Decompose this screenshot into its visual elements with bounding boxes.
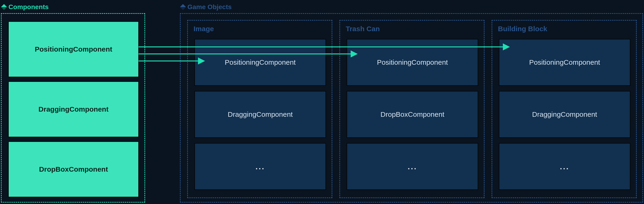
component-card: PositioningComponent xyxy=(8,21,139,77)
game-object-box: Image PositioningComponent DraggingCompo… xyxy=(187,20,332,198)
slot-label: PositioningComponent xyxy=(225,58,296,66)
component-label: DropBoxComponent xyxy=(39,165,108,173)
slot-label: DropBoxComponent xyxy=(380,110,444,118)
slot-label: DraggingComponent xyxy=(532,110,597,118)
components-header-label: Components xyxy=(8,3,48,11)
component-slot: DraggingComponent xyxy=(194,91,326,138)
game-objects-group: Image PositioningComponent DraggingCompo… xyxy=(180,13,643,203)
slot-label: ... xyxy=(560,162,569,171)
game-objects-header: Game Objects xyxy=(181,3,232,11)
game-objects-header-label: Game Objects xyxy=(188,3,232,11)
component-slot-more: ... xyxy=(194,143,326,190)
component-slot: DraggingComponent xyxy=(499,91,630,138)
component-slot-more: ... xyxy=(347,143,478,190)
component-card: DropBoxComponent xyxy=(8,141,139,197)
slot-label: PositioningComponent xyxy=(529,58,600,66)
component-slot: PositioningComponent xyxy=(194,39,326,86)
slot-label: ... xyxy=(256,162,265,171)
game-object-box: Trash Can PositioningComponent DropBoxCo… xyxy=(340,20,484,198)
component-card: DraggingComponent xyxy=(8,81,139,137)
component-slot-more: ... xyxy=(499,143,630,190)
components-header: Components xyxy=(2,3,48,11)
component-slot: DropBoxComponent xyxy=(347,91,478,138)
slot-label: PositioningComponent xyxy=(377,58,448,66)
component-slot: PositioningComponent xyxy=(499,39,630,86)
components-group: PositioningComponent DraggingComponent D… xyxy=(1,13,145,203)
diagram-canvas: Components Game Objects PositioningCompo… xyxy=(0,0,644,204)
slot-label: DraggingComponent xyxy=(228,110,293,118)
slot-label: ... xyxy=(408,162,417,171)
diamond-icon xyxy=(1,4,7,10)
game-object-box: Building Block PositioningComponent Drag… xyxy=(492,20,637,198)
component-slot: PositioningComponent xyxy=(347,39,478,86)
game-object-title: Trash Can xyxy=(346,25,380,33)
game-object-title: Image xyxy=(194,25,214,33)
component-label: DraggingComponent xyxy=(38,105,108,113)
game-object-title: Building Block xyxy=(498,25,547,33)
component-label: PositioningComponent xyxy=(35,45,112,53)
diamond-icon xyxy=(180,4,186,10)
